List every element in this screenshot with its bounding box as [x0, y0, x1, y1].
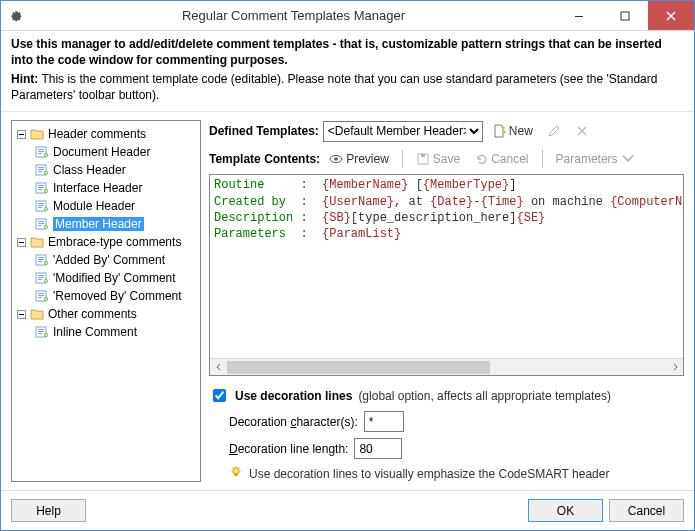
tree-item[interactable]: 'Modified By' Comment — [14, 269, 198, 287]
svg-rect-38 — [38, 277, 44, 278]
pencil-icon — [547, 124, 561, 138]
decoration-hint-text: Use decoration lines to visually emphasi… — [249, 467, 609, 481]
preview-label: Preview — [346, 152, 389, 166]
svg-rect-32 — [38, 257, 44, 258]
cancel-edit-label: Cancel — [491, 152, 528, 166]
defined-templates-combo[interactable]: <Default Member Header> — [323, 121, 483, 142]
svg-rect-39 — [38, 279, 42, 280]
code-editor[interactable]: Routine : {MemberName} [{MemberType}] Cr… — [210, 175, 683, 358]
collapse-icon[interactable] — [16, 129, 27, 140]
template-contents-label: Template Contents: — [209, 152, 320, 166]
separator — [542, 150, 543, 168]
template-contents-row: Template Contents: Preview Save Cancel P… — [209, 148, 684, 170]
svg-rect-25 — [38, 221, 44, 222]
tree-item-label: Module Header — [53, 199, 135, 213]
tree-group[interactable]: Embrace-type comments — [14, 233, 198, 251]
defined-templates-row: Defined Templates: <Default Member Heade… — [209, 120, 684, 142]
decoration-length-input[interactable] — [354, 438, 402, 459]
svg-rect-30 — [19, 242, 24, 243]
tree-group[interactable]: Other comments — [14, 305, 198, 323]
template-icon — [34, 217, 50, 231]
decoration-section: Use decoration lines (global option, aff… — [209, 376, 684, 482]
svg-rect-22 — [38, 207, 42, 208]
template-icon — [34, 271, 50, 285]
minimize-button[interactable] — [556, 1, 602, 30]
svg-rect-12 — [38, 171, 42, 172]
body: Header commentsDocument HeaderClass Head… — [1, 112, 694, 490]
tree-item[interactable]: 'Removed By' Comment — [14, 287, 198, 305]
tree-item[interactable]: Class Header — [14, 161, 198, 179]
tree-item[interactable]: Inline Comment — [14, 323, 198, 341]
preview-button[interactable]: Preview — [324, 148, 394, 170]
svg-rect-1 — [621, 12, 629, 20]
svg-rect-34 — [38, 261, 42, 262]
tree-item[interactable]: Module Header — [14, 197, 198, 215]
scroll-track[interactable] — [227, 359, 666, 376]
svg-rect-6 — [38, 151, 44, 152]
instruction-text: Use this manager to add/edit/delete comm… — [11, 37, 684, 68]
new-icon — [492, 124, 506, 138]
svg-rect-27 — [38, 225, 42, 226]
svg-rect-44 — [38, 297, 42, 298]
cancel-edit-button: Cancel — [469, 148, 533, 170]
svg-rect-47 — [19, 314, 24, 315]
decoration-hint-row: Use decoration lines to visually emphasi… — [209, 465, 684, 482]
tree-item-label: 'Removed By' Comment — [53, 289, 182, 303]
svg-rect-21 — [38, 205, 44, 206]
template-icon — [34, 325, 50, 339]
decoration-length-label: Decoration line length: — [229, 442, 348, 456]
parameters-button: Parameters — [551, 148, 640, 170]
svg-rect-42 — [38, 293, 44, 294]
collapse-icon[interactable] — [16, 237, 27, 248]
ok-button[interactable]: OK — [528, 499, 603, 522]
horizontal-scrollbar[interactable] — [210, 358, 683, 375]
eye-icon — [329, 152, 343, 166]
svg-rect-16 — [38, 187, 44, 188]
new-template-button[interactable]: New — [487, 120, 538, 142]
dialog-window: Regular Comment Templates Manager Use th… — [0, 0, 695, 531]
template-icon — [34, 199, 50, 213]
collapse-icon[interactable] — [16, 309, 27, 320]
template-icon — [34, 163, 50, 177]
scroll-left-button[interactable] — [210, 359, 227, 376]
help-button[interactable]: Help — [11, 499, 86, 522]
decoration-char-input[interactable] — [364, 411, 404, 432]
decoration-char-label: Decoration character(s): — [229, 415, 358, 429]
decoration-char-row: Decoration character(s): — [209, 411, 684, 432]
system-menu-icon[interactable] — [1, 9, 31, 23]
separator — [402, 150, 403, 168]
svg-rect-5 — [38, 149, 44, 150]
svg-rect-0 — [575, 16, 583, 17]
delete-icon — [575, 124, 589, 138]
svg-rect-37 — [38, 275, 44, 276]
folder-icon — [29, 127, 45, 141]
close-button[interactable] — [648, 1, 694, 30]
parameters-label: Parameters — [556, 152, 618, 166]
window-title: Regular Comment Templates Manager — [31, 8, 556, 23]
hint-body: This is the comment template code (edita… — [11, 72, 657, 102]
tree-group-label: Embrace-type comments — [48, 235, 181, 249]
tree-group[interactable]: Header comments — [14, 125, 198, 143]
svg-rect-3 — [19, 134, 24, 135]
svg-rect-43 — [38, 295, 44, 296]
svg-rect-11 — [38, 169, 44, 170]
scroll-right-button[interactable] — [666, 359, 683, 376]
template-tree[interactable]: Header commentsDocument HeaderClass Head… — [11, 120, 201, 482]
chevron-down-icon — [621, 152, 635, 166]
tree-item-label: 'Added By' Comment — [53, 253, 165, 267]
window-buttons — [556, 1, 694, 30]
cancel-button[interactable]: Cancel — [609, 499, 684, 522]
svg-point-57 — [233, 468, 239, 474]
template-icon — [34, 181, 50, 195]
tree-item-label: Inline Comment — [53, 325, 137, 339]
tree-group-label: Header comments — [48, 127, 146, 141]
tree-item[interactable]: 'Added By' Comment — [14, 251, 198, 269]
defined-templates-label: Defined Templates: — [209, 124, 319, 138]
svg-rect-50 — [38, 331, 44, 332]
use-decoration-checkbox[interactable] — [213, 389, 226, 402]
tree-item[interactable]: Interface Header — [14, 179, 198, 197]
tree-item[interactable]: Document Header — [14, 143, 198, 161]
maximize-button[interactable] — [602, 1, 648, 30]
tree-item[interactable]: Member Header — [14, 215, 198, 233]
scroll-thumb[interactable] — [227, 361, 490, 374]
